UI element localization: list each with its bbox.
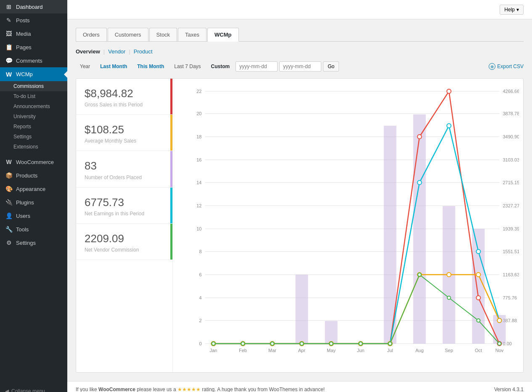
- stat-gross-sales: $8,984.82 Gross Sales in this Period: [76, 79, 172, 115]
- svg-text:Mar: Mar: [268, 348, 276, 353]
- posts-icon: ✎: [5, 17, 13, 24]
- sidebar-sub-extensions[interactable]: Extensions: [0, 142, 67, 152]
- dot-red-oct: [476, 296, 481, 300]
- sidebar-item-plugins[interactable]: 🔌 Plugins: [0, 196, 67, 209]
- pages-icon: 📋: [5, 44, 13, 50]
- sidebar-sub-university[interactable]: University: [0, 111, 67, 122]
- sidebar-sub-commissions[interactable]: Commissions: [0, 81, 67, 91]
- sidebar-sub-todo[interactable]: To-do List: [0, 91, 67, 101]
- period-last-month[interactable]: Last Month: [96, 61, 131, 72]
- svg-text:0: 0: [199, 341, 201, 346]
- dot-green-oct: [477, 319, 480, 322]
- sidebar-item-products[interactable]: 📦 Products: [0, 169, 67, 182]
- sidebar-item-posts[interactable]: ✎ Posts: [0, 13, 67, 27]
- svg-text:Nov: Nov: [495, 348, 504, 353]
- dot-green-jun: [359, 342, 363, 345]
- sidebar-item-wcmp[interactable]: W WCMp: [0, 67, 67, 81]
- custom-date-to[interactable]: [279, 61, 321, 72]
- sidebar-sub-reports[interactable]: Reports: [0, 122, 67, 132]
- sidebar-item-pages[interactable]: 📋 Pages: [0, 40, 67, 54]
- dot-cyan-oct: [476, 249, 481, 254]
- sidebar-item-media[interactable]: 🖼 Media: [0, 27, 67, 40]
- period-year[interactable]: Year: [76, 61, 94, 72]
- tab-wcmp[interactable]: WCMp: [207, 28, 238, 42]
- bar-aug: [413, 114, 426, 344]
- collapse-menu-button[interactable]: ◀ Collapse menu: [0, 385, 67, 392]
- stat-bar-avg: [170, 115, 172, 151]
- sidebar-item-woocommerce[interactable]: W WooCommerce: [0, 155, 67, 169]
- stat-net-earnings: 6775.73 Net Earnings in this Period: [76, 188, 172, 224]
- sidebar-item-appearance[interactable]: 🎨 Appearance: [0, 182, 67, 196]
- woocommerce-icon: W: [5, 159, 13, 165]
- dashboard-icon: ⊞: [5, 3, 13, 10]
- sidebar-item-dashboard[interactable]: ⊞ Dashboard: [0, 0, 67, 13]
- custom-date-from[interactable]: [236, 61, 278, 72]
- line-net-earnings: [214, 126, 500, 344]
- sidebar-sub-settings[interactable]: Settings: [0, 132, 67, 142]
- dot-green-jan: [212, 342, 215, 345]
- settings-icon: ⚙: [5, 239, 13, 246]
- subnav-vendor[interactable]: Vendor: [108, 48, 125, 55]
- export-csv-button[interactable]: ⊕ Export CSV: [489, 63, 524, 70]
- tab-stock[interactable]: Stock: [149, 28, 177, 41]
- sidebar-item-settings[interactable]: ⚙ Settings: [0, 236, 67, 249]
- svg-text:Feb: Feb: [239, 348, 247, 353]
- svg-text:3103.03: 3103.03: [503, 157, 519, 162]
- svg-text:Apr: Apr: [298, 348, 305, 353]
- tab-orders[interactable]: Orders: [76, 28, 107, 41]
- tab-customers[interactable]: Customers: [108, 28, 148, 41]
- dot-green-may: [330, 342, 333, 345]
- appearance-icon: 🎨: [5, 185, 13, 192]
- svg-text:4: 4: [199, 295, 201, 300]
- svg-text:Aug: Aug: [416, 348, 424, 353]
- sidebar-sub-announcements[interactable]: Announcements: [0, 101, 67, 111]
- dot-green-apr: [300, 342, 304, 345]
- stat-net-vendor: 2209.09 Net Vendor Commission: [76, 224, 172, 260]
- svg-text:3490.90: 3490.90: [503, 134, 519, 139]
- sidebar-item-users[interactable]: 👤 Users: [0, 209, 67, 222]
- media-icon: 🖼: [5, 30, 13, 37]
- content-area: Orders Customers Stock Taxes WCMp Overvi…: [67, 19, 532, 381]
- version-label: Version 4.3.1: [494, 387, 524, 392]
- svg-text:1551.51: 1551.51: [503, 249, 519, 254]
- period-bar: Year Last Month This Month Last 7 Days C…: [76, 61, 524, 72]
- period-custom[interactable]: Custom: [207, 61, 234, 72]
- subnav-product[interactable]: Product: [134, 48, 153, 55]
- wcmp-arrow: [64, 71, 67, 78]
- svg-text:8: 8: [199, 249, 201, 254]
- line-net-vendor: [214, 275, 500, 344]
- dot-cyan-sep: [447, 124, 451, 128]
- sidebar: ⊞ Dashboard ✎ Posts 🖼 Media 📋 Pages 💬 Co…: [0, 0, 67, 392]
- bar-oct: [472, 229, 485, 344]
- sub-nav: Overview | Vendor | Product: [76, 48, 524, 55]
- dot-orange-sep: [447, 273, 451, 277]
- svg-text:May: May: [327, 348, 336, 353]
- collapse-icon: ◀: [5, 388, 9, 392]
- help-button[interactable]: Help ▾: [500, 5, 524, 15]
- chart-svg: .grid-line { stroke: #e0e0e0; stroke-wid…: [177, 83, 519, 360]
- period-last7[interactable]: Last 7 Days: [170, 61, 205, 72]
- svg-text:3878.78: 3878.78: [503, 111, 519, 116]
- subnav-overview[interactable]: Overview: [76, 48, 100, 55]
- stat-bar-earnings: [170, 188, 172, 223]
- dot-green-feb: [241, 342, 245, 345]
- plugins-icon: 🔌: [5, 199, 13, 206]
- footer: If you like WooCommerce please leave us …: [67, 381, 532, 392]
- sidebar-item-tools[interactable]: 🔧 Tools: [0, 222, 67, 236]
- footer-text: If you like WooCommerce please leave us …: [76, 387, 325, 392]
- download-icon: ⊕: [489, 63, 495, 70]
- main-content: Help ▾ Orders Customers Stock Taxes WCMp…: [67, 0, 532, 392]
- tab-taxes[interactable]: Taxes: [178, 28, 206, 41]
- go-button[interactable]: Go: [323, 61, 339, 72]
- svg-text:2327.27: 2327.27: [503, 203, 519, 208]
- svg-text:Jul: Jul: [387, 348, 393, 353]
- period-this-month[interactable]: This Month: [133, 61, 168, 72]
- dot-cyan-aug: [418, 180, 422, 185]
- chevron-down-icon: ▾: [516, 7, 519, 13]
- bar-may: [325, 321, 338, 344]
- sidebar-item-comments[interactable]: 💬 Comments: [0, 54, 67, 67]
- users-icon: 👤: [5, 212, 13, 219]
- svg-text:10: 10: [196, 226, 201, 231]
- stat-bar-vendor: [170, 224, 172, 260]
- stats-chart-container: $8,984.82 Gross Sales in this Period $10…: [76, 78, 524, 373]
